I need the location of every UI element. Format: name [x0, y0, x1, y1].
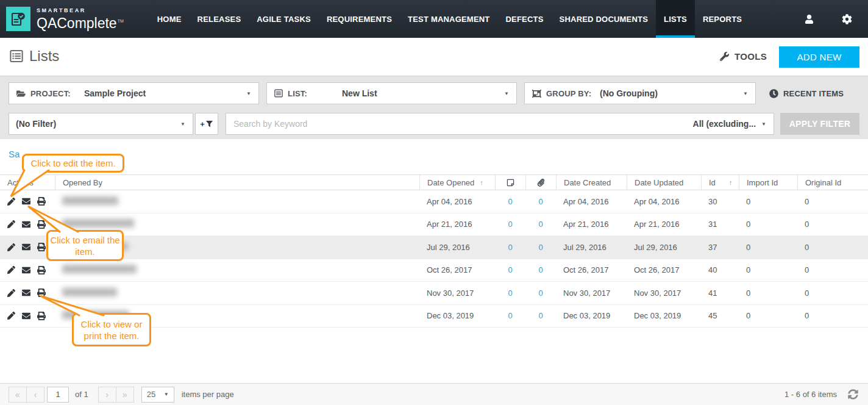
attachments-count-link[interactable]: 0: [525, 220, 556, 229]
original-id-cell: 0: [797, 289, 868, 298]
column-header-original-id[interactable]: Original Id: [797, 175, 868, 190]
brand-logo[interactable]: SMARTBEAR QACompleteTM: [0, 0, 149, 38]
attachments-count-link[interactable]: 0: [525, 197, 556, 206]
page-size-dropdown[interactable]: 25 ▼: [141, 387, 174, 403]
clock-icon: [769, 89, 778, 98]
saved-filter-dropdown[interactable]: (No Filter) ▼: [9, 113, 193, 135]
original-id-cell: 0: [797, 197, 868, 206]
id-cell: 37: [701, 243, 739, 252]
edit-icon[interactable]: [7, 243, 15, 251]
notes-count-link[interactable]: 0: [495, 289, 525, 298]
search-scope-dropdown[interactable]: All (excluding... ▼: [693, 119, 774, 129]
attachments-count-link[interactable]: 0: [525, 243, 556, 252]
nav-item-agile-tasks[interactable]: AGILE TASKS: [249, 0, 319, 38]
print-icon[interactable]: [37, 243, 46, 251]
chevron-down-icon: ▼: [164, 392, 169, 397]
column-header-import-id[interactable]: Import Id: [739, 175, 797, 190]
column-header-notes[interactable]: [495, 175, 525, 190]
brand-tm: TM: [118, 19, 124, 23]
refresh-icon[interactable]: [848, 389, 858, 400]
gear-icon[interactable]: [842, 14, 852, 24]
column-header-date-opened[interactable]: Date Opened ↑: [419, 175, 495, 190]
sort-asc-icon: ↑: [729, 179, 733, 186]
recent-items-button[interactable]: RECENT ITEMS: [769, 82, 844, 104]
prev-page-button[interactable]: ‹: [26, 387, 44, 403]
callout-print-tail: [34, 292, 110, 317]
pager-bar: « ‹ of 1 › » 25 ▼ items per page 1 - 6 o…: [0, 383, 868, 405]
import-id-cell: 0: [739, 243, 797, 252]
apply-filter-button[interactable]: APPLY FILTER: [780, 113, 859, 135]
print-icon[interactable]: [37, 266, 46, 274]
first-page-button[interactable]: «: [9, 387, 27, 403]
email-icon[interactable]: [22, 243, 30, 251]
date-created-cell: Dec 03, 2019: [556, 311, 627, 320]
list-value: New List: [342, 88, 377, 98]
id-cell: 41: [701, 289, 739, 298]
column-header-opened-by[interactable]: Opened By: [55, 175, 419, 190]
column-header-date-created[interactable]: Date Created: [556, 175, 627, 190]
date-updated-cell: Apr 04, 2016: [627, 197, 701, 206]
edit-icon[interactable]: [7, 266, 15, 274]
table-row: Apr 21, 2016 0 0 Apr 21, 2016 Apr 21, 20…: [0, 213, 868, 237]
project-value: Sample Project: [84, 88, 146, 98]
date-opened-cell: Oct 26, 2017: [419, 265, 495, 274]
chevron-down-icon: ▼: [504, 91, 509, 96]
opened-by-cell: [55, 219, 419, 229]
edit-icon[interactable]: [7, 289, 15, 297]
table-row: Jul 29, 2016 0 0 Jul 29, 2016 Jul 29, 20…: [0, 236, 868, 259]
table-row: Oct 26, 2017 0 0 Oct 26, 2017 Oct 26, 20…: [0, 259, 868, 282]
search-box: All (excluding... ▼: [226, 113, 774, 135]
column-header-id[interactable]: Id ↑: [701, 175, 739, 190]
list-dropdown[interactable]: LIST: New List ▼: [266, 82, 517, 104]
filter-panel: PROJECT: Sample Project ▼ LIST: New List…: [0, 76, 868, 139]
nav-item-releases[interactable]: RELEASES: [190, 0, 249, 38]
item-range-label: 1 - 6 of 6 items: [784, 390, 837, 399]
page-count-label: of 1: [75, 390, 88, 399]
attachments-count-link[interactable]: 0: [525, 311, 556, 320]
edit-icon[interactable]: [7, 220, 15, 228]
nav-item-defects[interactable]: DEFECTS: [498, 0, 552, 38]
notes-count-link[interactable]: 0: [495, 265, 525, 274]
qacomplete-logo-icon: [6, 7, 30, 31]
page-header: Lists TOOLS ADD NEW: [0, 38, 868, 76]
column-header-attachments[interactable]: [525, 175, 556, 190]
nav-item-lists[interactable]: LISTS: [656, 0, 695, 38]
last-page-button[interactable]: »: [116, 387, 134, 403]
email-icon[interactable]: [22, 266, 30, 274]
notes-count-link[interactable]: 0: [495, 311, 525, 320]
sample-link[interactable]: Sa: [9, 149, 20, 159]
tools-button[interactable]: TOOLS: [720, 51, 767, 62]
user-icon[interactable]: [805, 15, 814, 24]
page-title: Lists: [10, 48, 59, 65]
edit-icon[interactable]: [7, 312, 15, 320]
group-by-dropdown[interactable]: GROUP BY: (No Grouping) ▼: [524, 82, 756, 104]
table-row: Nov 30, 2017 0 0 Nov 30, 2017 Nov 30, 20…: [0, 282, 868, 305]
callout-email: Click to email the item.: [46, 230, 124, 261]
add-filter-button[interactable]: +: [195, 113, 218, 135]
attachments-count-link[interactable]: 0: [525, 289, 556, 298]
attachments-count-link[interactable]: 0: [525, 265, 556, 274]
wrench-icon: [720, 52, 729, 61]
nav-item-requirements[interactable]: REQUIREMENTS: [319, 0, 400, 38]
next-page-button[interactable]: ›: [98, 387, 116, 403]
notes-count-link[interactable]: 0: [495, 243, 525, 252]
nav-item-shared-documents[interactable]: SHARED DOCUMENTS: [552, 0, 656, 38]
search-input[interactable]: [226, 114, 693, 134]
email-icon[interactable]: [22, 312, 30, 320]
date-created-cell: Apr 21, 2016: [556, 220, 627, 229]
project-dropdown[interactable]: PROJECT: Sample Project ▼: [9, 82, 259, 104]
page-number-input[interactable]: [47, 387, 69, 403]
import-id-cell: 0: [739, 289, 797, 298]
nav-item-home[interactable]: HOME: [149, 0, 190, 38]
column-header-date-updated[interactable]: Date Updated: [627, 175, 701, 190]
table-header-row: Actions Opened By Date Opened ↑ Date Cre…: [0, 174, 868, 190]
nav-item-test-management[interactable]: TEST MANAGEMENT: [400, 0, 497, 38]
email-icon[interactable]: [22, 289, 30, 297]
main-menu: HOME RELEASES AGILE TASKS REQUIREMENTS T…: [149, 0, 750, 38]
notes-count-link[interactable]: 0: [495, 220, 525, 229]
group-icon: [532, 89, 541, 98]
notes-count-link[interactable]: 0: [495, 197, 525, 206]
add-new-button[interactable]: ADD NEW: [779, 46, 859, 68]
nav-item-reports[interactable]: REPORTS: [695, 0, 750, 38]
date-created-cell: Jul 29, 2016: [556, 243, 627, 252]
